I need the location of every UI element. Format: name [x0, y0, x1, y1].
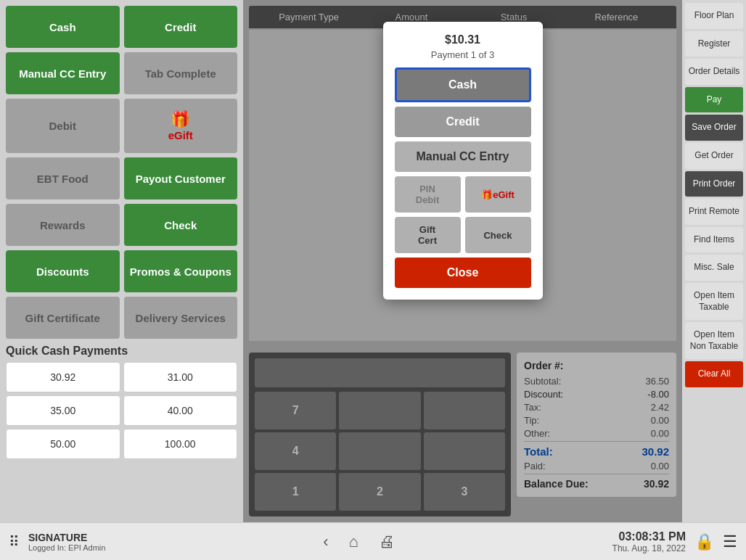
- credit-button[interactable]: Credit: [124, 6, 238, 48]
- modal-row-buttons: PINDebit 🎁eGift GiftCert Check: [395, 176, 531, 253]
- debit-button[interactable]: Debit: [6, 99, 120, 153]
- egift-button[interactable]: 🎁 eGift: [124, 99, 238, 153]
- modal-egift-button[interactable]: 🎁eGift: [465, 176, 531, 213]
- cash-button[interactable]: Cash: [6, 6, 120, 48]
- bottom-bar: ⠿ SIGNATURE Logged In: EPI Admin ‹ ⌂ 🖨 0…: [0, 522, 746, 560]
- check-button[interactable]: Check: [124, 204, 238, 246]
- open-item-non-taxable-button[interactable]: Open Item Non Taxable: [685, 322, 743, 359]
- modal-gift-cert-button[interactable]: GiftCert: [395, 217, 461, 253]
- apps-icon[interactable]: ⠿: [9, 533, 20, 551]
- pay-button[interactable]: Pay: [685, 87, 743, 113]
- brand-name: SIGNATURE: [28, 532, 105, 543]
- payment-buttons-grid: Cash Credit Manual CC Entry Tab Complete…: [6, 6, 237, 339]
- back-icon[interactable]: ‹: [323, 532, 328, 551]
- quick-cash-40[interactable]: 40.00: [123, 395, 238, 426]
- brand-block: SIGNATURE Logged In: EPI Admin: [28, 532, 105, 552]
- lock-icon[interactable]: 🔒: [694, 532, 714, 551]
- save-order-button[interactable]: Save Order: [685, 115, 743, 141]
- quick-cash-30-92[interactable]: 30.92: [6, 362, 120, 392]
- logged-in-label: Logged In: EPI Admin: [28, 543, 105, 552]
- quick-cash-31[interactable]: 31.00: [123, 362, 238, 392]
- quick-cash-35[interactable]: 35.00: [6, 395, 120, 426]
- modal-pin-debit-button[interactable]: PINDebit: [395, 176, 461, 213]
- discounts-button[interactable]: Discounts: [6, 250, 120, 292]
- get-order-button[interactable]: Get Order: [685, 143, 743, 169]
- modal-check-button[interactable]: Check: [465, 217, 531, 253]
- gift-cert-button[interactable]: Gift Certificate: [6, 297, 120, 339]
- right-panel: Floor Plan Register Order Details Pay Sa…: [682, 0, 746, 522]
- payout-customer-button[interactable]: Payout Customer: [124, 157, 238, 199]
- modal-amount: $10.31: [395, 33, 531, 46]
- current-date: Thu. Aug. 18, 2022: [612, 543, 686, 553]
- quick-cash-grid: 30.92 31.00 35.00 40.00 50.00 100.00: [6, 362, 237, 459]
- modal-subtitle: Payment 1 of 3: [395, 49, 531, 60]
- tab-complete-button[interactable]: Tab Complete: [124, 52, 238, 94]
- modal-manualcc-button[interactable]: Manual CC Entry: [395, 141, 531, 172]
- order-details-button[interactable]: Order Details: [685, 59, 743, 85]
- ebt-food-button[interactable]: EBT Food: [6, 157, 120, 199]
- modal-credit-button[interactable]: Credit: [395, 107, 531, 137]
- modal-overlay: $10.31 Payment 1 of 3 Cash Credit Manual…: [243, 0, 682, 522]
- register-button[interactable]: Register: [685, 31, 743, 57]
- modal-cash-button[interactable]: Cash: [395, 67, 531, 102]
- time-block: 03:08:31 PM Thu. Aug. 18, 2022: [612, 530, 686, 553]
- left-panel: Cash Credit Manual CC Entry Tab Complete…: [0, 0, 243, 522]
- find-items-button[interactable]: Find Items: [685, 227, 743, 253]
- print-remote-button[interactable]: Print Remote: [685, 199, 743, 225]
- misc-sale-button[interactable]: Misc. Sale: [685, 255, 743, 281]
- quick-cash-50[interactable]: 50.00: [6, 429, 120, 459]
- register-icon[interactable]: 🖨: [379, 532, 395, 551]
- modal-close-button[interactable]: Close: [395, 258, 531, 288]
- egift-label: eGift: [168, 129, 193, 141]
- promos-button[interactable]: Promos & Coupons: [124, 250, 238, 292]
- nav-icons: ‹ ⌂ 🖨: [323, 532, 395, 551]
- print-order-button[interactable]: Print Order: [685, 171, 743, 197]
- manual-cc-button[interactable]: Manual CC Entry: [6, 52, 120, 94]
- egift-icon: 🎁: [171, 110, 190, 129]
- clear-all-button[interactable]: Clear All: [685, 361, 743, 387]
- delivery-button[interactable]: Delivery Services: [124, 297, 238, 339]
- payment-selection-modal: $10.31 Payment 1 of 3 Cash Credit Manual…: [383, 22, 543, 300]
- current-time: 03:08:31 PM: [612, 530, 686, 543]
- floor-plan-button[interactable]: Floor Plan: [685, 3, 743, 29]
- home-icon[interactable]: ⌂: [349, 532, 358, 551]
- open-item-taxable-button[interactable]: Open Item Taxable: [685, 283, 743, 320]
- rewards-button[interactable]: Rewards: [6, 204, 120, 246]
- quick-cash-100[interactable]: 100.00: [123, 429, 238, 459]
- quick-cash-title: Quick Cash Payments: [6, 345, 237, 358]
- hamburger-menu-icon[interactable]: ☰: [723, 532, 737, 551]
- center-panel: Payment Type Amount Status Reference 7 4: [243, 0, 682, 522]
